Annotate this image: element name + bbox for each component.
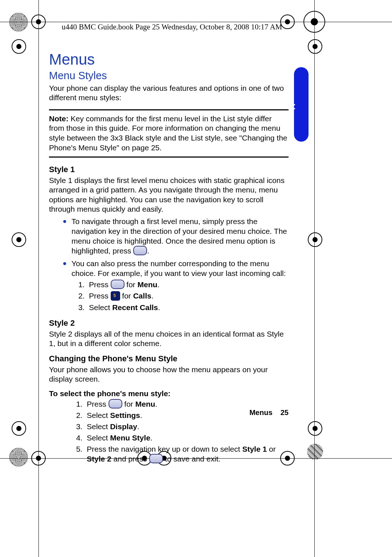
numbered-steps: Press for Menu. Press for Calls. Select …	[72, 280, 289, 313]
registration-mark-icon	[12, 39, 26, 54]
chapter-title: Menus	[49, 51, 289, 68]
style1-bullets: To navigate through a first level menu, …	[49, 217, 289, 313]
step-item: Select Recent Calls.	[87, 303, 289, 313]
footer-page-number: 25	[281, 408, 289, 416]
page-footer: Menus 25	[49, 408, 289, 417]
registration-ring-icon	[9, 447, 28, 467]
select-heading: To select the phone's menu style:	[49, 389, 289, 398]
ok-key-icon	[111, 280, 124, 289]
style2-paragraph: Style 2 displays all of the menu choices…	[49, 329, 289, 349]
crop-line-right	[314, 0, 315, 557]
five-key-icon	[111, 291, 120, 301]
crop-line-left	[38, 0, 39, 557]
style2-heading: Style 2	[49, 318, 289, 328]
registration-mark-icon	[12, 232, 26, 247]
style1-heading: Style 1	[49, 165, 289, 174]
footer-section: Menus	[249, 408, 272, 416]
note-body: Key commands for the first menu level in…	[49, 114, 287, 152]
note-box: Note: Key commands for the first menu le…	[49, 109, 289, 158]
step-item: Press for Calls.	[87, 291, 289, 301]
changing-paragraph: Your phone allows you to choose how the …	[49, 365, 289, 384]
style1-paragraph: Style 1 displays the first level menu ch…	[49, 176, 289, 214]
note-label: Note:	[49, 114, 69, 123]
registration-mark-icon	[308, 39, 322, 54]
doc-header: u440 BMC Guide.book Page 25 Wednesday, O…	[62, 23, 282, 32]
ok-key-icon	[133, 246, 147, 255]
step-item: Press the navigation key up or down to s…	[85, 444, 289, 464]
intro-paragraph: Your phone can display the various featu…	[49, 84, 289, 103]
step-item: Press for Menu.	[87, 280, 289, 290]
page-content: Menus Menu Styles Your phone can display…	[49, 51, 289, 465]
step-item: Press for Menu.	[85, 399, 289, 409]
registration-mark-icon	[303, 11, 325, 33]
registration-mark-icon	[31, 451, 46, 465]
registration-mark-icon	[31, 15, 46, 29]
side-tab-label: Menus	[288, 103, 297, 128]
registration-mark-icon	[12, 421, 26, 436]
side-tab: Menus	[294, 67, 309, 142]
ok-key-icon	[109, 399, 122, 408]
step-item: Select Menu Style.	[85, 433, 289, 443]
registration-mark-icon	[280, 15, 295, 29]
registration-mark-icon	[308, 232, 322, 247]
crop-line-top	[0, 22, 392, 22]
step-item: Select Display.	[85, 422, 289, 432]
ok-key-icon	[149, 454, 163, 463]
bullet-item: You can also press the number correspond…	[72, 259, 289, 313]
hatch-icon	[307, 444, 323, 460]
registration-mark-icon	[308, 421, 322, 436]
changing-heading: Changing the Phone's Menu Style	[49, 354, 289, 363]
registration-ring-icon	[9, 12, 28, 32]
bullet-item: To navigate through a first level menu, …	[72, 217, 289, 256]
section-title: Menu Styles	[49, 70, 289, 82]
